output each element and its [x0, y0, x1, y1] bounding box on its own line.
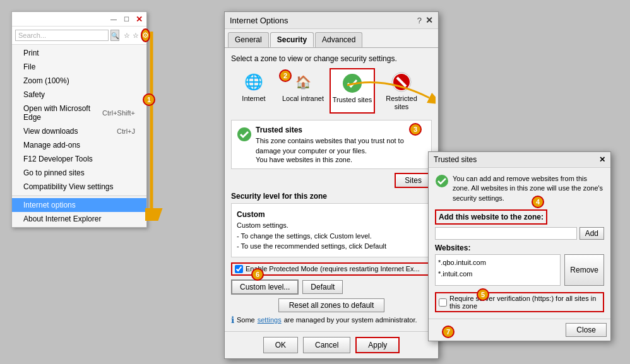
step-badge-2: 2 [279, 69, 292, 82]
step-badge-1: 1 [143, 93, 155, 106]
security-level-section: Security level for this zone Custom Cust… [231, 192, 432, 257]
zone-select-text: Select a zone to view or change security… [231, 54, 432, 63]
menu-item-internet-options[interactable]: Internet options [12, 198, 146, 212]
svg-point-7 [436, 175, 448, 187]
ts-close-row: Close [429, 319, 610, 341]
ts-close-icon[interactable]: ✕ [599, 155, 605, 164]
ok-cancel-row: OK Cancel Apply [225, 331, 438, 358]
buttons-row: Custom level... Default [231, 279, 432, 295]
menu-item-addons[interactable]: Manage add-ons [12, 138, 146, 152]
pin-icon: ☆ [133, 32, 139, 40]
website-item-1: *.qbo.intuit.com [438, 257, 557, 269]
menu-item-safety[interactable]: Safety [12, 88, 146, 102]
ts-add-label: Add this website to the zone: [435, 209, 547, 225]
apply-button[interactable]: Apply [355, 337, 400, 353]
search-icon[interactable]: 🔍 [110, 30, 119, 41]
step-badge-6: 6 [251, 268, 264, 281]
info-row: ℹ Some settings are managed by your syst… [231, 315, 432, 325]
security-level-title: Security level for this zone [231, 192, 432, 201]
shortcut-edge: Ctrl+Shift+ [102, 109, 135, 117]
menu-item-downloads[interactable]: View downloads Ctrl+J [12, 124, 146, 138]
browser-menu-panel: — ☐ ✕ 🔍 ☆ ☆ ⚙ Print File Zoom (100%) Saf… [11, 11, 147, 228]
trusted-sites-title: Trusted sites [256, 126, 426, 134]
trusted-checkmark [237, 127, 252, 146]
ts-verify-label: Require server verification (https:) for… [449, 295, 600, 310]
zone-to-dialog-arrow [335, 73, 436, 110]
tabs-bar: General Security Advanced [225, 29, 438, 48]
dialog-title: Internet Options [230, 16, 288, 25]
dialog-title-bar: Internet Options ? ✕ [225, 12, 438, 29]
search-input[interactable] [15, 30, 109, 41]
protected-mode-label: Enable Protected Mode (requires restarti… [246, 265, 420, 273]
tab-security[interactable]: Security [270, 32, 314, 47]
menu-item-print[interactable]: Print [12, 46, 146, 60]
zone-internet-icon: 🌐 [242, 71, 265, 93]
tab-general[interactable]: General [228, 32, 269, 47]
ts-websites-label: Websites: [435, 244, 604, 252]
ts-body: You can add and remove websites from thi… [429, 168, 610, 319]
menu-item-about[interactable]: About Internet Explorer [12, 212, 146, 226]
step-badge-7: 7 [442, 326, 455, 338]
ts-remove-button[interactable]: Remove [564, 254, 604, 286]
zone-intranet-label: Local intranet [282, 95, 324, 103]
ts-verify-row: Require server verification (https:) for… [435, 292, 604, 312]
flow-arrow [145, 25, 234, 221]
menu-item-pinned[interactable]: Go to pinned sites [12, 166, 146, 180]
info-icon: ℹ [231, 315, 234, 325]
reset-zones-button[interactable]: Reset all zones to default [278, 298, 385, 312]
zone-internet-label: Internet [242, 95, 265, 103]
restore-button[interactable]: ☐ [121, 14, 131, 24]
dialog-controls: ? ✕ [417, 15, 433, 25]
menu-item-compatibility[interactable]: Compatibility View settings [12, 180, 146, 194]
zone-internet[interactable]: 🌐 Internet [231, 68, 276, 114]
info-text-admin: are managed by your system administrator… [284, 316, 417, 324]
menu-items: Print File Zoom (100%) Safety Open with … [12, 45, 146, 227]
ts-websites-list: *.qbo.intuit.com *.intuit.com [435, 254, 561, 286]
protected-mode-checkbox[interactable] [235, 265, 243, 273]
search-bar: 🔍 ☆ ☆ ⚙ [12, 26, 146, 45]
ts-dialog-title: Trusted sites [434, 155, 477, 164]
ok-button[interactable]: OK [263, 337, 298, 353]
ts-title-bar: Trusted sites ✕ [429, 152, 610, 168]
default-button[interactable]: Default [302, 280, 343, 294]
reset-row: Reset all zones to default [231, 298, 432, 312]
star-icon: ☆ [124, 32, 130, 40]
ts-info-row: You can add and remove websites from thi… [435, 174, 604, 203]
menu-item-file[interactable]: File [12, 60, 146, 74]
trusted-sites-dialog: Trusted sites ✕ You can add and remove w… [428, 151, 611, 341]
trusted-sites-description: This zone contains websites that you tru… [256, 136, 426, 156]
dialog-close-button[interactable]: ✕ [425, 15, 433, 25]
ts-add-input[interactable] [435, 227, 577, 240]
menu-separator [12, 196, 146, 196]
menu-item-devtools[interactable]: F12 Developer Tools [12, 152, 146, 166]
settings-link[interactable]: settings [258, 316, 282, 324]
step-badge-4: 4 [532, 196, 544, 208]
ts-verify-checkbox[interactable] [439, 298, 447, 307]
internet-options-dialog: Internet Options ? ✕ General Security Ad… [224, 11, 439, 359]
custom-level-button[interactable]: Custom level... [231, 279, 299, 295]
browser-title-bar: — ☐ ✕ [12, 12, 146, 26]
custom-box: Custom Custom settings. - To change the … [231, 203, 432, 257]
tab-advanced[interactable]: Advanced [315, 32, 362, 47]
step-badge-3: 3 [409, 123, 422, 136]
ts-add-row: Add [435, 227, 604, 240]
ts-add-button[interactable]: Add [579, 227, 604, 240]
trusted-sites-info: Trusted sites This zone contains website… [256, 126, 426, 163]
ts-info-text: You can add and remove websites from thi… [453, 174, 604, 203]
trusted-sites-sub: You have websites in this zone. [256, 156, 426, 163]
website-item-2: *.intuit.com [438, 269, 557, 280]
cancel-button[interactable]: Cancel [303, 337, 350, 353]
shortcut-downloads: Ctrl+J [117, 127, 135, 135]
zone-intranet-icon: 🏠 [292, 71, 314, 93]
ts-green-check [435, 174, 449, 191]
sites-button[interactable]: Sites [395, 173, 432, 188]
menu-item-edge[interactable]: Open with Microsoft Edge Ctrl+Shift+ [12, 102, 146, 124]
help-icon[interactable]: ? [417, 16, 422, 25]
menu-item-zoom[interactable]: Zoom (100%) [12, 74, 146, 88]
step-badge-5: 5 [477, 288, 489, 301]
ts-close-button[interactable]: Close [566, 323, 607, 337]
minimize-button[interactable]: — [109, 14, 119, 24]
close-button[interactable]: ✕ [134, 14, 144, 24]
info-text-some: Some [237, 316, 255, 324]
